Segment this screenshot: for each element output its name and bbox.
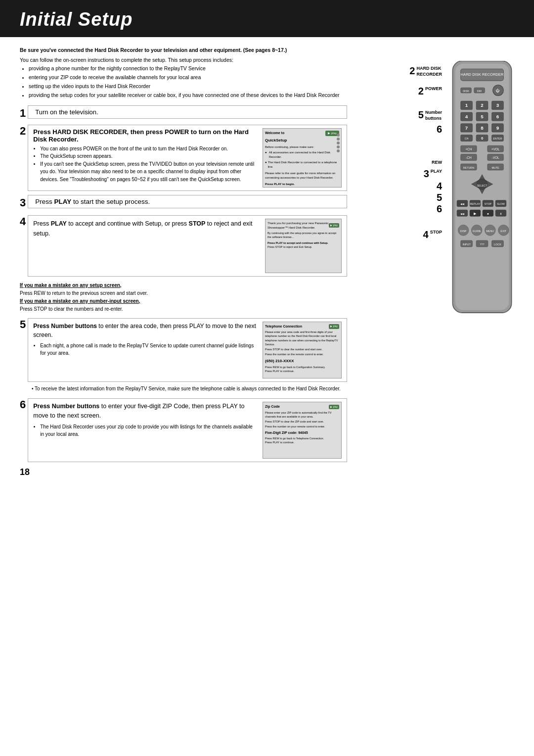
svg-text:6: 6 bbox=[496, 114, 499, 119]
step-4-number: 4 bbox=[20, 215, 26, 228]
svg-text:GUIDE: GUIDE bbox=[473, 230, 482, 233]
label-stop: 4 STOP bbox=[409, 230, 442, 239]
step-5-footer: • To receive the latest information from… bbox=[20, 385, 347, 393]
intro-bullet-2: entering your ZIP code to receive the av… bbox=[29, 73, 347, 81]
label-hd-text: HARD DISKRECORDER bbox=[416, 66, 442, 77]
step-3-number: 3 bbox=[20, 196, 26, 209]
step-2-bullet-3: If you can't see the QuickSetup screen, … bbox=[40, 160, 258, 184]
svg-text:-CH: -CH bbox=[466, 156, 472, 159]
thumb2-title: QuickSetup bbox=[265, 138, 339, 143]
step-5-thumbnail: Telephone Connection ▶ play Please enter… bbox=[263, 322, 342, 378]
label-number: 5 Numberbuttons bbox=[409, 110, 442, 121]
svg-text:-VOL: -VOL bbox=[491, 156, 499, 159]
step-6-bullets: The Hard Disk Recorder uses your zip cod… bbox=[33, 423, 258, 438]
thumb2-body: Before continuing, please make sure: ●Al… bbox=[265, 145, 339, 187]
svg-text:1: 1 bbox=[465, 102, 468, 108]
step-3-box: Press PLAY to start the setup process. bbox=[28, 195, 347, 208]
intro-bold: Be sure you've connected the Hard Disk R… bbox=[20, 46, 347, 54]
svg-text:MUTE: MUTE bbox=[491, 166, 499, 169]
step-5-box: Press Number buttons to enter the area c… bbox=[28, 318, 347, 382]
svg-text:REPLAY: REPLAY bbox=[470, 202, 480, 205]
step-5: 5 Press Number buttons to enter the area… bbox=[20, 318, 347, 382]
label-6-num: 6 bbox=[409, 124, 442, 135]
mistake-note-1: If you make a mistake on any setup scree… bbox=[20, 282, 347, 297]
svg-text:EXIT: EXIT bbox=[500, 230, 507, 233]
page-title: Initial Setup bbox=[20, 9, 514, 30]
step-5-text: Press Number buttons to enter the area c… bbox=[33, 322, 258, 378]
step-2-thumbnail: Welcome to ▶ play QuickSetup Before cont… bbox=[263, 128, 342, 188]
svg-text:⏸: ⏸ bbox=[499, 212, 502, 215]
intro-main: You can follow the on-screen instruction… bbox=[20, 56, 347, 64]
step-2-bullet-2: The QuickSetup screen appears. bbox=[40, 152, 258, 160]
svg-text:SELECT: SELECT bbox=[477, 184, 488, 187]
intro-bullet-1: providing a phone number for the nightly… bbox=[29, 64, 347, 72]
svg-text:2: 2 bbox=[481, 102, 484, 108]
step-4-text: Press PLAY to accept and continue with S… bbox=[33, 219, 260, 273]
svg-text:■: ■ bbox=[487, 212, 489, 215]
remote-control: HARD DISK RECORDER ⏻ DISK DIR 1 2 3 bbox=[445, 61, 519, 319]
label-rew: REW bbox=[409, 160, 442, 165]
step-6-thumbnail: Zip Code ▶ play Please enter your ZIP co… bbox=[263, 402, 342, 459]
svg-text:0: 0 bbox=[481, 136, 483, 141]
page-header: Initial Setup bbox=[0, 0, 534, 37]
step-5-bullets: Each night, a phone call is made to the … bbox=[33, 342, 258, 357]
step-6: 6 Press Number buttons to enter your fiv… bbox=[20, 398, 347, 462]
svg-text:9: 9 bbox=[496, 125, 499, 131]
svg-text:5: 5 bbox=[481, 114, 484, 119]
label-4-stop: 4 bbox=[423, 230, 429, 239]
svg-text:◀◀: ◀◀ bbox=[460, 212, 464, 215]
label-5: 5 bbox=[409, 192, 442, 203]
label-play-text: PLAY bbox=[431, 169, 442, 175]
svg-text:DISK: DISK bbox=[463, 90, 469, 93]
intro-block: Be sure you've connected the Hard Disk R… bbox=[20, 46, 347, 99]
step-6-number: 6 bbox=[20, 398, 26, 411]
step-4-thumbnail: Thank you for purchasing your new Panaso… bbox=[265, 219, 342, 273]
svg-text:+CH: +CH bbox=[465, 147, 472, 151]
step-4: 4 Press PLAY to accept and continue with… bbox=[20, 215, 347, 277]
label-play: 3 PLAY bbox=[409, 169, 442, 179]
intro-bullet-4: providing the setup codes for your satel… bbox=[29, 91, 347, 99]
svg-text:HARD DISK RECORDER: HARD DISK RECORDER bbox=[461, 72, 504, 77]
step-4-box: Press PLAY to accept and continue with S… bbox=[28, 215, 347, 277]
step-5-number: 5 bbox=[20, 318, 26, 331]
label-6: 6 bbox=[409, 203, 442, 215]
step-2-bullet-1: You can also press POWER on the front of… bbox=[40, 145, 258, 153]
step-2-title: Press HARD DISK RECORDER, then press POW… bbox=[33, 128, 258, 143]
svg-text:???: ??? bbox=[480, 243, 484, 246]
step-3: 3 Press PLAY to start the setup process. bbox=[20, 195, 347, 211]
step-2-bullets: You can also press POWER on the front of… bbox=[33, 145, 258, 184]
svg-text:CH: CH bbox=[465, 137, 469, 140]
remote-diagram-area: 2 HARD DISKRECORDER 2 POWER 5 Numberbutt… bbox=[359, 46, 519, 319]
svg-text:8: 8 bbox=[481, 125, 484, 131]
svg-text:DISP: DISP bbox=[460, 230, 467, 233]
left-column: Be sure you've connected the Hard Disk R… bbox=[20, 46, 356, 477]
step-6-box: Press Number buttons to enter your five-… bbox=[28, 398, 347, 462]
label-power-text: POWER bbox=[425, 86, 442, 92]
svg-text:7: 7 bbox=[465, 125, 468, 131]
svg-text:◀◀: ◀◀ bbox=[460, 202, 464, 205]
svg-text:RETURN: RETURN bbox=[463, 166, 475, 169]
remote-svg: HARD DISK RECORDER ⏻ DISK DIR 1 2 3 bbox=[445, 61, 519, 318]
step-1-number: 1 bbox=[20, 107, 26, 120]
intro-bullet-3: setting up the video inputs to the Hard … bbox=[29, 82, 347, 90]
label-num-text: Numberbuttons bbox=[425, 110, 442, 121]
step-2-box: Press HARD DISK RECORDER, then press POW… bbox=[28, 125, 347, 191]
svg-text:SLOW: SLOW bbox=[497, 202, 505, 205]
svg-text:MENU: MENU bbox=[486, 230, 494, 233]
label-2-hd: 2 bbox=[409, 66, 415, 76]
remote-right-labels: 2 HARD DISKRECORDER 2 POWER 5 Numberbutt… bbox=[409, 61, 445, 239]
label-hard-disk: 2 HARD DISKRECORDER bbox=[409, 66, 442, 77]
label-5-num: 5 bbox=[418, 110, 424, 120]
svg-text:⏻: ⏻ bbox=[496, 89, 500, 93]
svg-text:INPUT: INPUT bbox=[462, 243, 471, 246]
step-2-number: 2 bbox=[20, 125, 26, 138]
right-column: 2 HARD DISKRECORDER 2 POWER 5 Numberbutt… bbox=[356, 46, 519, 477]
svg-text:DIR: DIR bbox=[477, 90, 482, 93]
page-number: 18 bbox=[20, 467, 347, 477]
svg-text:+VOL: +VOL bbox=[491, 147, 500, 151]
main-content: Be sure you've connected the Hard Disk R… bbox=[0, 37, 534, 487]
step-1-text: Turn on the television. bbox=[35, 108, 98, 116]
label-3-play: 3 bbox=[424, 169, 429, 179]
label-4: 4 bbox=[409, 181, 442, 192]
mistake-notes: If you make a mistake on any setup scree… bbox=[20, 282, 347, 313]
